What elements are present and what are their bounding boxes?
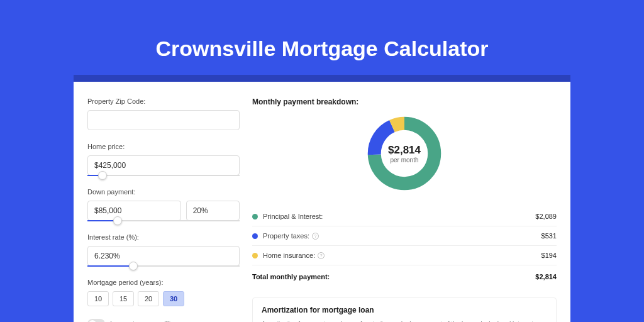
down-payment-pct-input[interactable] (186, 201, 240, 221)
legend-label: Principal & Interest: (263, 213, 535, 220)
zip-label: Property Zip Code: (87, 97, 240, 105)
legend: Principal & Interest:$2,089Property taxe… (252, 207, 557, 265)
donut-total-value: $2,814 (388, 144, 421, 157)
legend-dot-icon (252, 214, 258, 219)
legend-label: Property taxes:? (263, 232, 541, 240)
down-payment-input[interactable] (87, 201, 181, 221)
legend-label: Home insurance:? (263, 252, 541, 259)
legend-value: $2,089 (535, 213, 557, 220)
legend-value: $531 (541, 232, 557, 240)
legend-total-value: $2,814 (535, 273, 557, 280)
donut-total-sub: per month (390, 157, 418, 164)
legend-value: $194 (541, 252, 557, 259)
down-payment-label: Down payment: (87, 188, 240, 196)
interest-field-group: Interest rate (%): (87, 233, 240, 266)
interest-slider-fill (87, 265, 133, 267)
period-option-20[interactable]: 20 (138, 291, 159, 306)
amortization-title: Amortization for mortgage loan (262, 306, 547, 314)
veteran-toggle-row: I am veteran or military (87, 319, 240, 322)
info-icon[interactable]: ? (318, 252, 325, 259)
period-label: Mortgage period (years): (87, 279, 240, 286)
period-option-10[interactable]: 10 (87, 291, 109, 306)
legend-row: Property taxes:?$531 (252, 226, 557, 246)
interest-label: Interest rate (%): (87, 233, 240, 241)
calculator-panel: Property Zip Code: Home price: Down paym… (74, 82, 570, 322)
veteran-toggle[interactable] (87, 319, 105, 322)
legend-row: Home insurance:?$194 (252, 246, 557, 265)
form-column: Property Zip Code: Home price: Down paym… (87, 97, 240, 322)
down-payment-field-group: Down payment: (87, 188, 240, 221)
donut-chart: $2,814 per month (365, 114, 444, 193)
home-price-label: Home price: (87, 143, 240, 150)
home-price-slider-handle[interactable] (98, 171, 107, 180)
down-payment-slider-handle[interactable] (113, 216, 122, 225)
period-option-15[interactable]: 15 (113, 291, 134, 306)
period-field-group: Mortgage period (years): 10152030 (87, 279, 240, 306)
period-option-30[interactable]: 30 (163, 291, 184, 306)
breakdown-title: Monthly payment breakdown: (252, 97, 557, 106)
interest-slider-handle[interactable] (129, 262, 138, 270)
results-column: Monthly payment breakdown: $2,814 per mo… (252, 97, 557, 322)
home-price-field-group: Home price: (87, 143, 240, 175)
legend-dot-icon (252, 233, 258, 239)
page-title: Crownsville Mortgage Calculator (0, 0, 644, 75)
home-price-input[interactable] (87, 155, 240, 175)
zip-field-group: Property Zip Code: (87, 97, 240, 130)
info-icon[interactable]: ? (312, 233, 319, 240)
interest-input[interactable] (87, 246, 240, 266)
amortization-card: Amortization for mortgage loan Amortizat… (252, 297, 557, 322)
legend-row: Principal & Interest:$2,089 (252, 207, 557, 226)
legend-total-label: Total monthly payment: (252, 273, 535, 280)
donut-chart-wrap: $2,814 per month (252, 114, 557, 193)
legend-total-row: Total monthly payment: $2,814 (252, 265, 557, 286)
period-options-row: 10152030 (87, 291, 240, 306)
home-price-slider-track (87, 175, 240, 176)
amortization-text: Amortization for a mortgage loan refers … (262, 319, 547, 322)
zip-input[interactable] (87, 110, 240, 130)
legend-dot-icon (252, 253, 258, 258)
